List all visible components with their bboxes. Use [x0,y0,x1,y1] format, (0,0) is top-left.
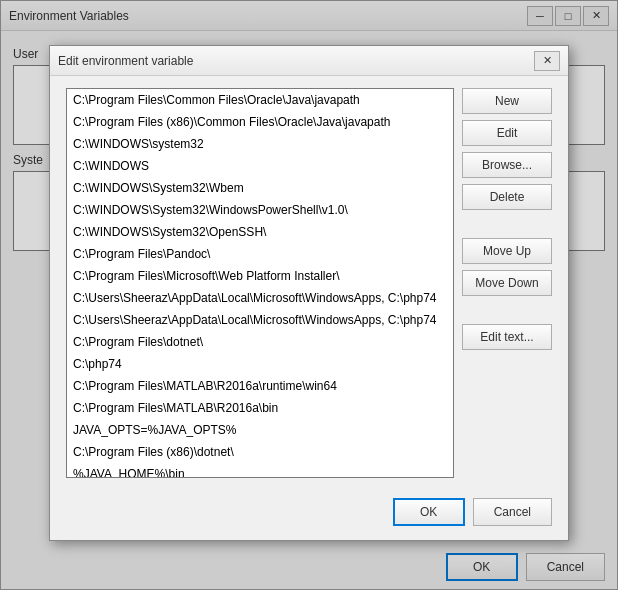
list-item[interactable]: C:\Program Files\MATLAB\R2016a\runtime\w… [67,375,453,397]
list-item[interactable]: C:\WINDOWS [67,155,453,177]
list-item[interactable]: C:\Users\Sheeraz\AppData\Local\Microsoft… [67,309,453,331]
env-variable-listbox[interactable]: C:\Program Files\Common Files\Oracle\Jav… [66,88,454,478]
list-item[interactable]: C:\WINDOWS\System32\WindowsPowerShell\v1… [67,199,453,221]
move-down-button[interactable]: Move Down [462,270,552,296]
list-item[interactable]: C:\WINDOWS\System32\OpenSSH\ [67,221,453,243]
action-buttons-panel: New Edit Browse... Delete Move Up Move D… [462,88,552,478]
list-item[interactable]: C:\Program Files (x86)\dotnet\ [67,441,453,463]
list-item[interactable]: C:\WINDOWS\system32 [67,133,453,155]
list-item[interactable]: C:\php74 [67,353,453,375]
modal-cancel-button[interactable]: Cancel [473,498,552,526]
list-item[interactable]: C:\Program Files\Common Files\Oracle\Jav… [67,89,453,111]
delete-button[interactable]: Delete [462,184,552,210]
button-spacer [462,216,552,232]
edit-button[interactable]: Edit [462,120,552,146]
new-button[interactable]: New [462,88,552,114]
modal-overlay: Edit environment variable ✕ C:\Program F… [0,0,618,590]
modal-body: C:\Program Files\Common Files\Oracle\Jav… [50,76,568,490]
edit-env-variable-dialog: Edit environment variable ✕ C:\Program F… [49,45,569,541]
modal-close-button[interactable]: ✕ [534,51,560,71]
list-item[interactable]: C:\WINDOWS\System32\Wbem [67,177,453,199]
list-item[interactable]: C:\Program Files\Pandoc\ [67,243,453,265]
list-item[interactable]: C:\Program Files (x86)\Common Files\Orac… [67,111,453,133]
list-item[interactable]: C:\Program Files\MATLAB\R2016a\bin [67,397,453,419]
list-item[interactable]: %JAVA_HOME%\bin [67,463,453,478]
move-up-button[interactable]: Move Up [462,238,552,264]
edit-text-button[interactable]: Edit text... [462,324,552,350]
browse-button[interactable]: Browse... [462,152,552,178]
list-item[interactable]: C:\Program Files\dotnet\ [67,331,453,353]
list-item[interactable]: C:\Program Files\Microsoft\Web Platform … [67,265,453,287]
modal-ok-button[interactable]: OK [393,498,465,526]
modal-title: Edit environment variable [58,54,193,68]
modal-titlebar: Edit environment variable ✕ [50,46,568,76]
list-item[interactable]: JAVA_OPTS=%JAVA_OPTS% [67,419,453,441]
modal-footer: OK Cancel [50,490,568,540]
list-item[interactable]: C:\Users\Sheeraz\AppData\Local\Microsoft… [67,287,453,309]
button-spacer-2 [462,302,552,318]
